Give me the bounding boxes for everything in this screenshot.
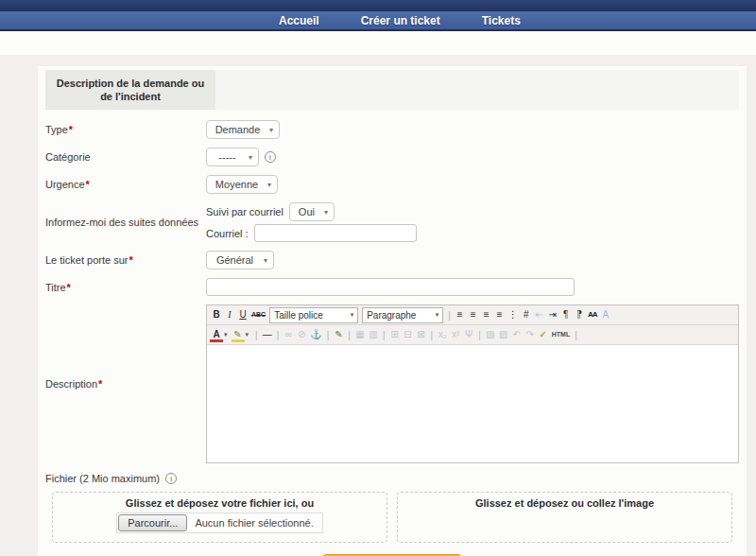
highlight-color-caret-icon[interactable]: ▾ (246, 331, 249, 339)
info-icon[interactable]: i (165, 473, 177, 484)
porte-sur-label: Le ticket porte sur* (45, 254, 206, 266)
image-dropzone-title: Glissez et déposez ou collez l'image (405, 497, 724, 509)
form-header-row: Description de la demande ou de l'incide… (45, 70, 739, 110)
file-dropzone-title: Glissez et déposez votre fichier ici, ou (60, 497, 379, 509)
required-marker: * (98, 378, 102, 390)
nav-item-creer-un-ticket[interactable]: Créer un ticket (361, 14, 440, 27)
anchor-icon[interactable]: ⚓ (308, 327, 323, 342)
table-properties-icon: ▥ (367, 327, 380, 342)
special-character-icon: Ψ (462, 327, 475, 342)
file-dropzone[interactable]: Glissez et déposez votre fichier ici, ou… (52, 492, 387, 543)
bold-icon[interactable]: B (210, 307, 223, 322)
nav-item-tickets[interactable]: Tickets (482, 14, 521, 27)
suivi-select-value: Oui (296, 206, 318, 217)
main-navigation: AccueilCréer un ticketTickets (0, 11, 756, 31)
text-color-icon[interactable]: A (210, 328, 223, 342)
insert-image-icon[interactable]: ✎ (332, 327, 345, 342)
porte-sur-select[interactable]: Général ▾ (206, 251, 274, 269)
indent-icon[interactable]: ⇥ (546, 307, 559, 322)
outdent-icon: ⇤ (533, 307, 546, 322)
find-icon[interactable]: AA (586, 307, 599, 322)
align-right-icon[interactable]: ≡ (480, 307, 493, 322)
align-left-icon[interactable]: ≡ (454, 307, 467, 322)
description-label: Description* (45, 304, 206, 463)
suivi-courriel-select[interactable]: Oui ▾ (289, 202, 335, 221)
urgence-label: Urgence* (45, 179, 206, 190)
type-label: Type* (45, 124, 206, 135)
image-dropzone[interactable]: Glissez et déposez ou collez l'image (397, 492, 732, 543)
titre-label: Titre* (45, 282, 206, 293)
informez-label: Informez-moi des suites données (45, 217, 206, 228)
categorie-select[interactable]: ----- ▾ (206, 148, 259, 166)
courriel-input[interactable] (254, 224, 417, 242)
type-select[interactable]: Demande ▾ (206, 120, 280, 139)
dropzones-row: Glissez et déposez votre fichier ici, ou… (52, 492, 732, 543)
suivi-par-courriel-label: Suivi par courriel (206, 206, 284, 217)
type-select-value: Demande (213, 124, 263, 135)
insert-row-icon: ⊞ (388, 327, 402, 342)
required-marker: * (86, 179, 90, 190)
file-input: Parcourir... Aucun fichier sélectionné. (116, 513, 323, 533)
nav-links: AccueilCréer un ticketTickets (0, 11, 756, 29)
ticket-form-panel: Description de la demande ou de l'incide… (38, 66, 747, 556)
description-editor-content[interactable] (207, 345, 738, 462)
info-icon[interactable]: i (265, 151, 276, 163)
horizontal-rule-icon[interactable]: — (261, 327, 274, 342)
nav-item-accueil[interactable]: Accueil (279, 14, 319, 27)
toolbar-separator: | (348, 330, 351, 340)
numbered-list-icon[interactable]: # (520, 307, 533, 322)
page-background: Description de la demande ou de l'incide… (0, 55, 756, 556)
chevron-down-icon: ▾ (264, 256, 267, 265)
bullet-list-icon[interactable]: ⋮ (507, 307, 520, 322)
description-rich-text-editor: BIUABCTaille policeParagraphe|≡≡≡≡⋮#⇤⇥¶¶… (206, 304, 739, 463)
categorie-label: Catégorie (45, 151, 206, 163)
porte-sur-label-text: Le ticket porte sur (45, 254, 128, 266)
chevron-down-icon: ▾ (324, 208, 328, 217)
row-titre: Titre* (45, 278, 739, 296)
fichier-label: Fichier (2 Mio maximum) (45, 473, 160, 484)
row-informez: Informez-moi des suites données Suivi pa… (45, 202, 739, 242)
browse-button[interactable]: Parcourir... (118, 514, 187, 531)
redo-icon: ↷ (524, 327, 537, 342)
align-justify-icon[interactable]: ≡ (493, 307, 507, 322)
align-center-icon[interactable]: ≡ (467, 307, 480, 322)
required-marker: * (67, 282, 71, 293)
row-porte-sur: Le ticket porte sur* Général ▾ (45, 251, 739, 269)
text-color-caret-icon[interactable]: ▾ (224, 331, 228, 339)
chevron-down-icon: ▾ (269, 126, 273, 134)
toolbar-separator: | (383, 330, 386, 340)
toolbar-separator: | (575, 330, 577, 340)
cleanup-code-icon[interactable]: ✓ (537, 327, 550, 342)
urgence-label-text: Urgence (45, 179, 85, 190)
row-urgence: Urgence* Moyenne ▾ (45, 175, 739, 194)
underline-icon[interactable]: U (236, 307, 249, 322)
font-size-select[interactable]: Taille police (269, 307, 358, 323)
urgence-select[interactable]: Moyenne ▾ (206, 175, 278, 194)
highlight-color-icon[interactable]: ✎ (232, 328, 245, 342)
italic-icon[interactable]: I (223, 307, 236, 322)
type-label-text: Type (45, 124, 68, 135)
unlink-icon: ⊘ (295, 327, 308, 342)
header-spacer (0, 31, 756, 55)
paragraph-format-select[interactable]: Paragraphe (362, 307, 443, 323)
editor-toolbar-row2: A▾✎▾|—|∞⊘⚓|✎|▦▥|⊞⊟⊠|x₂x²Ψ|▨▧↶↷✓HTML| (207, 325, 738, 345)
porte-sur-select-value: Général (213, 254, 257, 266)
html-source-icon[interactable]: HTML (550, 327, 572, 342)
rtl-direction-icon[interactable]: ¶ (573, 307, 586, 322)
ltr-direction-icon[interactable]: ¶ (559, 307, 573, 322)
top-dark-bar (0, 0, 756, 11)
chevron-down-icon: ▾ (267, 181, 271, 189)
strikethrough-icon[interactable]: ABC (249, 307, 267, 322)
courriel-label: Courriel : (206, 228, 249, 239)
visual-aid-icon: ▨ (484, 327, 497, 342)
row-type: Type* Demande ▾ (45, 120, 739, 139)
toolbar-separator: | (255, 330, 258, 340)
find-replace-icon[interactable]: A (599, 307, 612, 322)
editor-toolbar-row1: BIUABCTaille policeParagraphe|≡≡≡≡⋮#⇤⇥¶¶… (207, 305, 738, 325)
row-description: Description* BIUABCTaille policeParagrap… (45, 304, 739, 463)
titre-label-text: Titre (45, 282, 66, 293)
titre-input[interactable] (206, 278, 575, 296)
row-categorie: Catégorie ----- ▾ i (45, 148, 739, 166)
toolbar-separator: | (478, 330, 481, 340)
insert-table-icon: ▦ (353, 327, 367, 342)
